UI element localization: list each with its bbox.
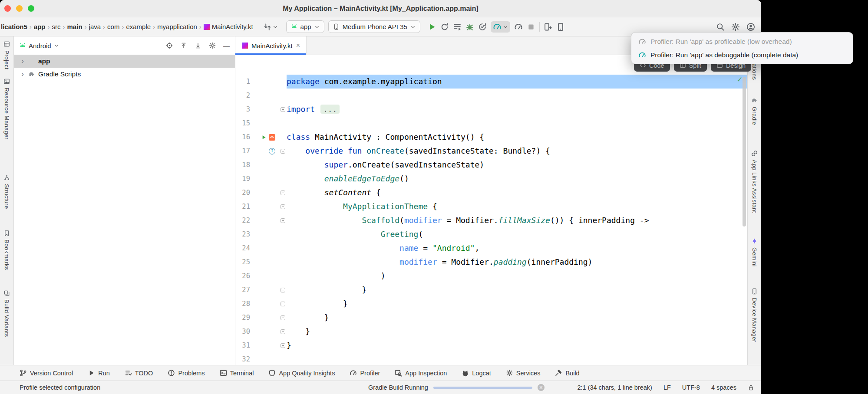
run-configuration-selector[interactable]: app xyxy=(286,20,324,33)
toolwindow-button-bookmarks[interactable]: Bookmarks xyxy=(0,230,13,270)
toolwindow-button-terminal[interactable]: Terminal xyxy=(220,369,254,377)
fold-marker-icon[interactable] xyxy=(281,343,285,348)
toolwindow-button-device-manager[interactable]: Device Manager xyxy=(748,288,761,342)
toolwindow-button-todo[interactable]: TODO xyxy=(125,369,153,377)
locate-file-icon[interactable] xyxy=(166,42,173,49)
breadcrumb-item-main[interactable]: main xyxy=(67,23,83,30)
toolwindow-button-project[interactable]: Project xyxy=(0,41,13,69)
toolwindow-button-app-quality-insights[interactable]: App Quality Insights xyxy=(268,369,335,377)
fold-marker-icon[interactable] xyxy=(281,149,285,154)
code-line[interactable]: 22 Scaffold(modifier = Modifier.fillMaxS… xyxy=(235,213,747,227)
code-line[interactable]: 21 MyApplicationTheme { xyxy=(235,200,747,213)
fold-marker-icon[interactable] xyxy=(281,315,285,320)
device-mirror-icon[interactable] xyxy=(544,23,552,31)
fold-gutter[interactable] xyxy=(279,297,287,311)
code-line[interactable]: 27 } xyxy=(235,283,747,297)
chevron-down-icon[interactable] xyxy=(54,43,59,48)
minimize-window-button[interactable] xyxy=(16,5,23,12)
toolwindow-button-resource-manager[interactable]: Resource Manager xyxy=(0,78,13,140)
readonly-lock-icon[interactable] xyxy=(748,384,754,391)
breadcrumb-item-src[interactable]: src xyxy=(52,23,61,30)
fold-gutter[interactable] xyxy=(279,186,287,200)
code-line[interactable]: 3import ... xyxy=(235,102,747,116)
code-line[interactable]: 19 enableEdgeToEdge() xyxy=(235,172,747,186)
fold-marker-icon[interactable] xyxy=(281,302,285,306)
code-line[interactable]: 31} xyxy=(235,338,747,352)
code-line[interactable]: 32 xyxy=(235,352,747,365)
run-button[interactable] xyxy=(428,23,436,31)
debug-button[interactable] xyxy=(465,23,474,31)
close-window-button[interactable] xyxy=(4,5,11,12)
toolwindow-button-app-inspection[interactable]: App Inspection xyxy=(395,369,447,377)
chevron-right-icon[interactable]: › xyxy=(20,57,25,66)
fold-marker-icon[interactable] xyxy=(281,288,285,292)
code-line[interactable]: 2 xyxy=(235,89,747,102)
tree-item-app[interactable]: ›app xyxy=(14,55,235,68)
fold-marker-icon[interactable] xyxy=(281,107,285,112)
toolwindow-button-version-control[interactable]: Version Control xyxy=(20,369,73,377)
collapse-all-icon[interactable] xyxy=(180,42,187,49)
indent-setting[interactable]: 4 spaces xyxy=(711,384,736,391)
code-line[interactable]: 26 ) xyxy=(235,269,747,283)
fold-gutter[interactable] xyxy=(279,144,287,158)
code-line[interactable]: 25 modifier = Modifier.padding(innerPadd… xyxy=(235,255,747,269)
code-editor[interactable]: 1package com.example.myapplication23impo… xyxy=(235,55,747,365)
fold-marker-icon[interactable] xyxy=(281,329,285,334)
toolwindow-button-run[interactable]: Run xyxy=(88,369,110,377)
popup-menu-item[interactable]: Profiler: Run 'app' as profileable (low … xyxy=(634,35,850,48)
code-line[interactable]: 17↑ override fun onCreate(savedInstanceS… xyxy=(235,144,747,158)
code-line[interactable]: 24 name = "Android", xyxy=(235,241,747,255)
fold-marker-icon[interactable] xyxy=(281,204,285,209)
fold-gutter[interactable] xyxy=(279,102,287,116)
breadcrumb-item-app[interactable]: app xyxy=(34,23,46,30)
breadcrumb-item-example[interactable]: example xyxy=(126,23,151,30)
fold-marker-icon[interactable] xyxy=(281,190,285,195)
toolwindow-button-build[interactable]: Build xyxy=(555,369,579,377)
stop-button[interactable] xyxy=(527,23,535,31)
running-devices-icon[interactable] xyxy=(556,23,565,31)
hide-panel-icon[interactable]: — xyxy=(223,42,230,49)
close-tab-icon[interactable]: × xyxy=(296,42,300,49)
breadcrumb-item-com[interactable]: com xyxy=(107,23,119,30)
profiler-button[interactable] xyxy=(491,21,510,33)
toolwindow-button-problems[interactable]: Problems xyxy=(168,369,205,377)
toolwindow-button-app-links-assistant[interactable]: App Links Assistant xyxy=(748,150,761,213)
caret-position[interactable]: 2:1 (34 chars, 1 line break) xyxy=(577,384,652,391)
apply-code-changes-icon[interactable] xyxy=(478,23,487,31)
popup-menu-item[interactable]: Profiler: Run 'app' as debuggable (compl… xyxy=(634,48,850,62)
settings-button[interactable] xyxy=(731,23,740,31)
vcs-widget[interactable] xyxy=(263,23,278,31)
panel-options-icon[interactable] xyxy=(209,42,216,49)
cancel-build-icon[interactable]: ✕ xyxy=(538,384,545,391)
fold-gutter[interactable] xyxy=(279,311,287,325)
editor-tab-mainactivity[interactable]: MainActivity.kt × xyxy=(235,36,307,55)
override-gutter-icon[interactable]: ↑ xyxy=(269,148,275,154)
fold-marker-icon[interactable] xyxy=(281,218,285,223)
toolwindow-button-gradle[interactable]: Gradle xyxy=(748,97,761,125)
run-gutter-icon[interactable] xyxy=(261,135,267,140)
toolwindow-button-gemini[interactable]: Gemini xyxy=(748,238,761,267)
line-separator[interactable]: LF xyxy=(663,384,671,391)
search-button[interactable] xyxy=(716,23,725,31)
code-line[interactable]: 16<>class MainActivity : ComponentActivi… xyxy=(235,130,747,144)
breadcrumb-item-myapplication[interactable]: myapplication xyxy=(157,23,197,30)
code-line[interactable]: 29 } xyxy=(235,311,747,325)
fold-gutter[interactable] xyxy=(279,213,287,227)
breadcrumb-item-lication5[interactable]: lication5 xyxy=(1,23,27,30)
toolwindow-button-profiler[interactable]: Profiler xyxy=(350,369,380,377)
toolwindow-button-logcat[interactable]: Logcat xyxy=(462,369,491,377)
fold-gutter[interactable] xyxy=(279,338,287,352)
editor-scrollbar[interactable] xyxy=(743,77,746,227)
restart-activity-icon[interactable] xyxy=(440,23,449,31)
code-line[interactable]: 30 } xyxy=(235,325,747,338)
inspection-ok-icon[interactable]: ✓ xyxy=(737,74,742,84)
chevron-right-icon[interactable]: › xyxy=(20,70,25,79)
breadcrumb-item-mainactivity-kt[interactable]: MainActivity.kt xyxy=(204,23,253,30)
fold-gutter[interactable] xyxy=(279,283,287,297)
tree-item-gradle-scripts[interactable]: ›Gradle Scripts xyxy=(14,68,235,81)
code-line[interactable]: 18 super.onCreate(savedInstanceState) xyxy=(235,158,747,172)
apply-changes-icon[interactable] xyxy=(453,23,462,31)
zoom-window-button[interactable] xyxy=(28,5,34,12)
code-line[interactable]: 28 } xyxy=(235,297,747,311)
device-selector[interactable]: Medium Phone API 35 xyxy=(328,20,420,33)
